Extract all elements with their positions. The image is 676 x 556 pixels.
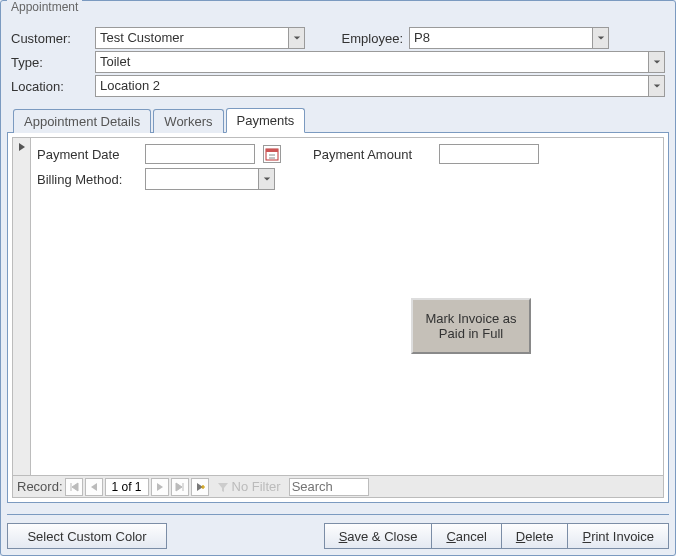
window-title: Appointment (7, 0, 82, 14)
employee-combo[interactable]: P8 (409, 27, 609, 49)
payment-date-input[interactable] (145, 144, 255, 164)
type-label: Type: (11, 55, 95, 70)
nav-prev-button[interactable] (85, 478, 103, 496)
cancel-button[interactable]: Cancel (431, 523, 500, 549)
record-selector[interactable] (13, 138, 31, 475)
no-filter-indicator: No Filter (217, 479, 281, 494)
save-close-button[interactable]: Save & Close (324, 523, 432, 549)
type-combo[interactable]: Toilet (95, 51, 665, 73)
nav-first-button[interactable] (65, 478, 83, 496)
employee-label: Employee: (325, 31, 409, 46)
payments-subform: Payment Date Payment Amount Billing Meth… (12, 137, 664, 498)
chevron-down-icon[interactable] (288, 28, 304, 48)
record-label: Record: (17, 479, 63, 494)
employee-value: P8 (410, 28, 592, 48)
svg-rect-1 (266, 149, 278, 152)
nav-last-button[interactable] (171, 478, 189, 496)
tab-pane: Payment Date Payment Amount Billing Meth… (7, 133, 669, 503)
billing-method-label: Billing Method: (37, 172, 137, 187)
billing-method-value (146, 169, 258, 189)
customer-combo[interactable]: Test Customer (95, 27, 305, 49)
tab-payments[interactable]: Payments (226, 108, 306, 133)
nav-new-button[interactable] (191, 478, 209, 496)
record-nav: Record: No Filter (13, 475, 663, 497)
chevron-down-icon[interactable] (648, 76, 664, 96)
filter-icon (217, 481, 229, 493)
calendar-icon[interactable] (263, 145, 281, 163)
tab-appointment-details[interactable]: Appointment Details (13, 109, 151, 133)
payment-date-label: Payment Date (37, 147, 137, 162)
customer-label: Customer: (11, 31, 95, 46)
chevron-down-icon[interactable] (592, 28, 608, 48)
customer-value: Test Customer (96, 28, 288, 48)
chevron-down-icon[interactable] (258, 169, 274, 189)
nav-search-input[interactable] (289, 478, 369, 496)
nav-position-input[interactable] (105, 478, 149, 496)
header-form: Customer: Test Customer Employee: P8 Typ… (1, 1, 675, 97)
payment-amount-label: Payment Amount (313, 147, 431, 162)
nav-next-button[interactable] (151, 478, 169, 496)
payment-amount-input[interactable] (439, 144, 539, 164)
select-custom-color-button[interactable]: Select Custom Color (7, 523, 167, 549)
tab-workers[interactable]: Workers (153, 109, 223, 133)
delete-button[interactable]: Delete (501, 523, 568, 549)
billing-method-combo[interactable] (145, 168, 275, 190)
tab-strip: Appointment Details Workers Payments (7, 107, 669, 133)
location-combo[interactable]: Location 2 (95, 75, 665, 97)
print-invoice-button[interactable]: Print Invoice (567, 523, 669, 549)
bottom-bar: Select Custom Color Save & Close Cancel … (7, 514, 669, 549)
no-filter-label: No Filter (232, 479, 281, 494)
mark-invoice-paid-button[interactable]: Mark Invoice as Paid in Full (411, 298, 531, 354)
mark-invoice-paid-label: Mark Invoice as Paid in Full (417, 311, 525, 341)
location-label: Location: (11, 79, 95, 94)
appointment-window: Appointment Customer: Test Customer Empl… (0, 0, 676, 556)
type-value: Toilet (96, 52, 648, 72)
chevron-down-icon[interactable] (648, 52, 664, 72)
location-value: Location 2 (96, 76, 648, 96)
